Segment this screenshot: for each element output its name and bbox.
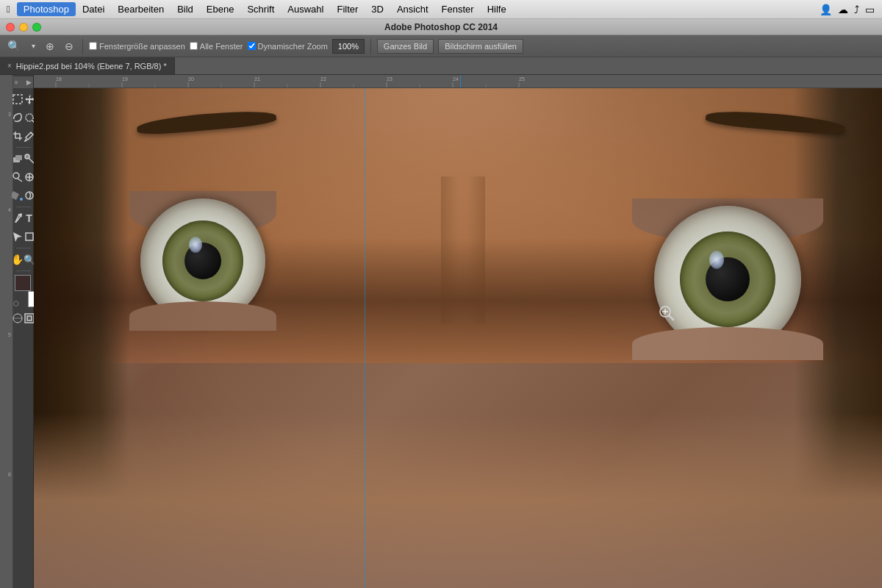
path-selection-tool[interactable] [12, 228, 24, 245]
toolbox-header: ≡ ▶ [13, 76, 33, 88]
pen-tool[interactable] [13, 209, 25, 227]
maximize-button[interactable] [32, 23, 41, 32]
menu-hilfe[interactable]: Hilfe [481, 2, 513, 16]
tool-pair-hand: ✋ 🔍 [13, 251, 33, 268]
type-tool[interactable]: T [25, 209, 33, 227]
apple-menu[interactable]:  [0, 2, 17, 16]
menu-right-icons: 👤 ☁ ⤴ ▭ [820, 4, 882, 15]
menu-items: Photoshop Datei Bearbeiten Bild Ebene Sc… [17, 2, 513, 16]
dynamisch-checkbox[interactable] [248, 42, 256, 50]
doc-tab[interactable]: × Hippie2.psd bei 104% (Ebene 7, RGB/8) … [0, 57, 175, 74]
svg-point-12 [20, 198, 23, 201]
tool-pair-stamp [13, 168, 33, 186]
foreground-color-swatch[interactable] [15, 275, 31, 291]
reset-colors-icon[interactable]: ⬡ [13, 300, 19, 307]
eraser-tool[interactable] [12, 150, 24, 168]
minimize-button[interactable] [19, 23, 28, 32]
tool-pair-select [13, 90, 33, 108]
canvas-content[interactable] [34, 88, 882, 588]
ruler-top-18: 18 [56, 76, 62, 82]
vignette-overlay [34, 88, 882, 588]
fenster-checkbox-group: Fenstergröße anpassen [89, 42, 185, 51]
menu-ansicht[interactable]: Ansicht [390, 2, 435, 16]
cloud-icon[interactable]: ☁ [838, 4, 848, 15]
doc-close-button[interactable]: × [7, 62, 12, 70]
hand-tool[interactable]: ✋ [11, 251, 24, 268]
menu-ebene[interactable]: Ebene [200, 2, 241, 16]
crop-tool[interactable] [12, 127, 24, 145]
toolbox-sep-1 [16, 147, 31, 148]
title-bar: Adobe Photoshop CC 2014 [0, 19, 882, 35]
svg-point-1 [26, 114, 33, 121]
toolbox-dots: ≡ [15, 79, 18, 86]
svg-rect-17 [27, 316, 32, 320]
guide-line-top [460, 75, 461, 88]
options-bar: 🔍 ▾ ⊕ ⊖ Fenstergröße anpassen Alle Fenst… [0, 35, 882, 57]
fenster-checkbox[interactable] [89, 42, 97, 50]
tool-pair-heal [13, 150, 33, 168]
alle-fenster-checkbox[interactable] [190, 42, 198, 50]
screen-icon[interactable]: ▭ [865, 4, 875, 15]
tool-pair-paint [13, 187, 33, 204]
ruler-ticks-top [34, 82, 882, 88]
tool-pair-mask [13, 309, 33, 327]
paint-bucket-tool[interactable] [12, 187, 24, 204]
close-button[interactable] [6, 23, 15, 32]
alle-fenster-label: Alle Fenster [200, 42, 243, 51]
ruler-top-25: 25 [519, 76, 525, 82]
tool-pair-crop [13, 127, 33, 145]
ruler-top-19: 19 [122, 76, 128, 82]
toolbox-sep-4 [16, 270, 31, 271]
marquee-tool[interactable] [12, 90, 24, 108]
zoom-dropdown[interactable]: ▾ [29, 40, 38, 51]
ruler-top-24: 24 [453, 76, 459, 82]
zoom-out-icon[interactable]: ⊖ [62, 39, 76, 54]
toolbox: ≡ ▶ [13, 75, 34, 588]
clone-stamp-tool[interactable] [12, 168, 24, 186]
notification-icon[interactable]: 👤 [820, 4, 832, 15]
ruler-mark-3: 3 [8, 112, 11, 117]
tool-pair-pen: T [13, 209, 33, 227]
menu-bearbeiten[interactable]: Bearbeiten [111, 2, 171, 16]
ruler-top-22: 22 [320, 76, 326, 82]
doc-tab-label: Hippie2.psd bei 104% (Ebene 7, RGB/8) * [16, 62, 167, 71]
ruler-mark-6: 6 [8, 472, 11, 477]
ganzes-bild-button[interactable]: Ganzes Bild [377, 39, 434, 54]
traffic-lights [6, 23, 41, 32]
ruler-top-23: 23 [387, 76, 392, 82]
tool-pair-lasso [13, 109, 33, 126]
svg-rect-4 [15, 155, 22, 160]
dynamisch-label: Dynamischer Zoom [258, 42, 328, 51]
zoom-tool-icon[interactable]: 🔍 [4, 38, 24, 54]
menu-fenster[interactable]: Fenster [435, 2, 481, 16]
tool-pair-path [13, 228, 33, 245]
lasso-tool[interactable] [12, 109, 24, 126]
toolbox-sep-2 [16, 207, 31, 207]
share-icon[interactable]: ⤴ [854, 4, 859, 15]
zoom-in-icon[interactable]: ⊕ [43, 39, 57, 54]
doc-tab-bar: × Hippie2.psd bei 104% (Ebene 7, RGB/8) … [0, 57, 882, 75]
menu-datei[interactable]: Datei [76, 2, 111, 16]
window-title: Adobe Photoshop CC 2014 [384, 22, 498, 32]
ruler-top-21: 21 [254, 76, 260, 82]
menu-schrift[interactable]: Schrift [240, 2, 281, 16]
menu-auswahl[interactable]: Auswahl [281, 2, 330, 16]
ruler-top-20: 20 [188, 76, 194, 82]
bildschirm-button[interactable]: Bildschirm ausfüllen [438, 39, 523, 54]
svg-rect-0 [13, 95, 22, 104]
ruler-mark-5: 5 [8, 332, 11, 337]
toolbox-sep-3 [16, 248, 31, 248]
menu-3d[interactable]: 3D [365, 2, 390, 16]
menu-filter[interactable]: Filter [330, 2, 365, 16]
toolbox-collapse[interactable]: ▶ [26, 79, 32, 86]
svg-point-7 [13, 173, 19, 179]
canvas-area: 18 19 20 21 22 23 24 25 [34, 75, 882, 588]
zoom-input[interactable] [332, 39, 365, 54]
quick-mask-icon[interactable] [12, 309, 24, 327]
svg-line-8 [18, 179, 22, 182]
separator-2 [370, 39, 371, 54]
fenster-label: Fenstergröße anpassen [99, 42, 185, 51]
menu-photoshop[interactable]: Photoshop [17, 2, 76, 16]
guide-line-vertical [365, 88, 365, 588]
menu-bild[interactable]: Bild [171, 2, 200, 16]
